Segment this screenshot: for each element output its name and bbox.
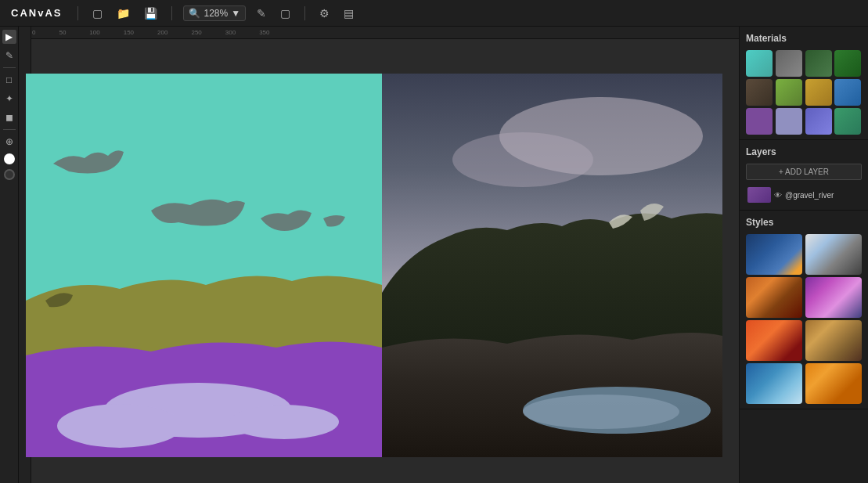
materials-title: Materials [746, 33, 862, 44]
layers-title: Layers [746, 146, 862, 157]
segmentation-panel[interactable] [26, 74, 382, 457]
ruler-mark: 100 [89, 29, 99, 36]
style-item-8[interactable] [805, 363, 862, 404]
split-canvas [26, 74, 722, 457]
layer-item[interactable]: 👁 @gravel_river [746, 185, 862, 205]
new-file-icon[interactable]: ▢ [89, 5, 106, 21]
material-lavender[interactable] [776, 108, 802, 135]
ruler-mark: 350 [259, 29, 269, 36]
eraser-tool[interactable]: □ [2, 73, 16, 87]
material-purple[interactable] [746, 108, 773, 135]
zoom-arrow: ▼ [231, 8, 240, 19]
zoom-control[interactable]: 🔍 128% ▼ [183, 5, 246, 21]
material-rock[interactable] [746, 79, 773, 106]
styles-section: Styles [740, 211, 868, 409]
layer-visibility-icon[interactable]: 👁 [774, 191, 782, 200]
tool-divider-1 [3, 67, 16, 68]
brush-tool[interactable]: ✎ [2, 49, 16, 63]
save-file-icon[interactable]: 💾 [141, 5, 160, 21]
material-tree[interactable] [834, 50, 861, 77]
topbar-separator-2 [171, 6, 172, 20]
material-cloud[interactable] [776, 50, 802, 77]
material-figure[interactable] [805, 79, 832, 106]
layer-name: @gravel_river [785, 191, 860, 200]
ruler-horizontal: 0 50 100 150 200 250 300 350 [19, 27, 739, 39]
topbar-separator-1 [77, 6, 78, 20]
ruler-mark: 300 [225, 29, 236, 36]
zoom-icon: 🔍 [189, 8, 200, 19]
layer-thumbnail [747, 187, 771, 203]
style-item-3[interactable] [746, 277, 802, 318]
right-panel: Materials Layers + ADD LAYER [739, 27, 868, 483]
materials-section: Materials [740, 27, 868, 140]
photo-simulation [382, 74, 722, 457]
tool-divider-2 [3, 129, 16, 130]
svg-point-3 [229, 405, 339, 439]
fill-tool[interactable]: ◼ [2, 110, 16, 124]
canvas-work-area[interactable] [32, 40, 739, 483]
color-black[interactable] [4, 169, 15, 180]
ruler-mark: 200 [157, 29, 167, 36]
materials-grid [746, 50, 862, 135]
settings-icon[interactable]: ⚙ [316, 5, 333, 21]
eyedropper-tool[interactable]: ✦ [2, 92, 16, 106]
main-area: ▶ ✎ □ ✦ ◼ ⊕ 0 50 100 150 200 250 300 350 [0, 27, 868, 483]
topbar: CANvAS ▢ 📁 💾 🔍 128% ▼ ✎ ▢ ⚙ ▤ [0, 0, 868, 27]
material-sparkle[interactable] [805, 108, 832, 135]
zoom-tool[interactable]: ⊕ [2, 135, 16, 149]
styles-grid [746, 234, 862, 404]
topbar-separator-3 [304, 6, 305, 20]
edit-icon[interactable]: ✎ [254, 5, 269, 21]
styles-title: Styles [746, 217, 862, 228]
zoom-value: 128% [203, 8, 228, 19]
material-sky[interactable] [746, 50, 773, 77]
svg-point-2 [57, 404, 182, 448]
export-icon[interactable]: ▤ [340, 5, 357, 21]
color-white[interactable] [4, 153, 15, 164]
style-item-4[interactable] [805, 277, 862, 318]
style-item-2[interactable] [805, 234, 862, 275]
select-tool[interactable]: ▶ [2, 30, 16, 44]
svg-point-8 [523, 395, 679, 429]
ruler-mark: 0 [32, 29, 35, 36]
style-item-7[interactable] [746, 363, 802, 404]
style-item-5[interactable] [746, 320, 802, 361]
material-water[interactable] [834, 79, 861, 106]
app-logo: CANvAS [6, 7, 67, 19]
add-layer-button[interactable]: + ADD LAYER [746, 164, 862, 180]
crop-icon[interactable]: ▢ [277, 5, 294, 21]
svg-point-6 [452, 132, 593, 187]
ruler-mark: 250 [191, 29, 201, 36]
material-mountain[interactable] [805, 50, 832, 77]
canvas-container: 0 50 100 150 200 250 300 350 [19, 27, 739, 483]
material-green2[interactable] [834, 108, 861, 135]
style-item-1[interactable] [746, 234, 802, 275]
ruler-mark: 150 [124, 29, 134, 36]
style-item-6[interactable] [805, 320, 862, 361]
photo-svg [382, 74, 722, 457]
ruler-mark: 50 [59, 29, 66, 36]
material-plant[interactable] [776, 79, 802, 106]
photo-panel[interactable] [382, 74, 722, 457]
open-file-icon[interactable]: 📁 [113, 5, 133, 21]
left-toolbar: ▶ ✎ □ ✦ ◼ ⊕ [0, 27, 19, 483]
segmentation-svg [26, 74, 382, 457]
layers-section: Layers + ADD LAYER 👁 @gravel_river [740, 140, 868, 211]
